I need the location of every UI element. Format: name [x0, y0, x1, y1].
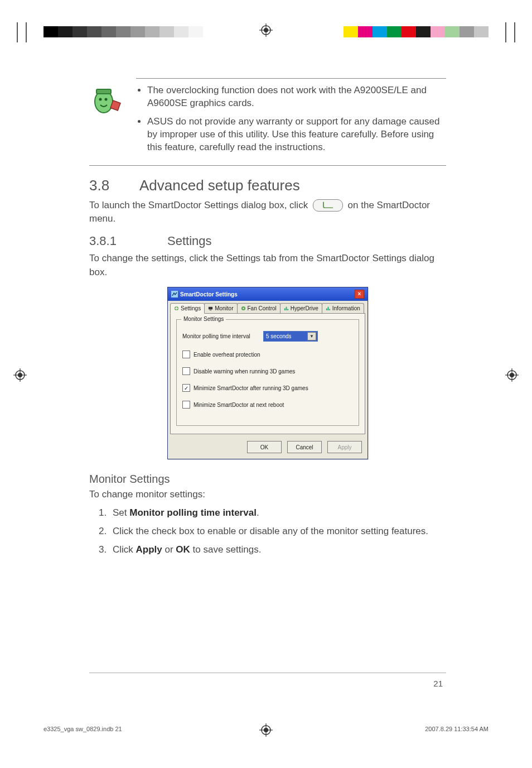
monitor-settings-heading: Monitor Settings — [89, 473, 446, 486]
cancel-button[interactable]: Cancel — [287, 441, 322, 453]
footer-rule — [89, 673, 446, 673]
step-item: Click the check box to enable or disable… — [109, 524, 446, 539]
chart-icon — [284, 306, 289, 311]
note-icon — [89, 83, 123, 116]
monitor-settings-intro: To change monitor settings: — [89, 488, 446, 502]
tab-body: Monitor Settings Monitor polling time in… — [170, 313, 365, 434]
registration-mark-icon — [259, 23, 273, 37]
chart-icon — [326, 306, 331, 311]
section-heading: 3.8Advanced setup features — [89, 177, 446, 194]
svg-point-15 — [99, 98, 102, 101]
tabs-row: Settings Monitor Fan Control HyperDrive … — [168, 301, 367, 313]
grayscale-bar — [43, 26, 203, 37]
registration-mark-icon — [13, 368, 27, 382]
tab-settings[interactable]: Settings — [170, 303, 205, 314]
group-legend: Monitor Settings — [181, 316, 226, 322]
ok-button[interactable]: OK — [247, 441, 282, 453]
monitor-settings-group: Monitor Settings Monitor polling time in… — [176, 319, 359, 426]
steps-list: Set Monitor polling time interval. Click… — [89, 505, 446, 558]
checkbox-minimize-reboot[interactable] — [182, 401, 190, 409]
checkbox-label: Disable warning when running 3D games — [194, 368, 295, 375]
settings-toolbar-icon — [313, 199, 343, 212]
step-item: Click Apply or OK to save settings. — [109, 542, 446, 557]
checkbox-disable-warning[interactable] — [182, 367, 190, 375]
app-icon — [171, 291, 178, 297]
checkbox-minimize-after-3d[interactable]: ✓ — [182, 384, 190, 392]
section-intro: To launch the SmartDoctor Settings dialo… — [89, 199, 446, 226]
note-block: The overclocking function does not work … — [89, 78, 446, 166]
chevron-down-icon: ▼ — [307, 332, 316, 340]
tab-hyperdrive[interactable]: HyperDrive — [280, 303, 322, 313]
tab-monitor[interactable]: Monitor — [204, 303, 237, 313]
gear-plus-icon — [174, 306, 179, 311]
svg-rect-19 — [209, 307, 212, 310]
footer-filename: e3325_vga sw_0829.indb 21 — [43, 726, 122, 732]
polling-interval-select[interactable]: 5 seconds ▼ — [263, 331, 318, 342]
dialog-buttons: OK Cancel Apply — [168, 436, 367, 459]
dialog-titlebar: SmartDoctor Settings × — [168, 287, 367, 301]
dialog-title: SmartDoctor Settings — [180, 291, 238, 297]
page-content: The overclocking function does not work … — [89, 78, 446, 560]
tab-information[interactable]: Information — [322, 303, 364, 313]
svg-rect-20 — [210, 310, 212, 310]
subsection-intro: To change the settings, click the Settin… — [89, 252, 446, 279]
checkbox-label: Minimize SmartDoctor at next reboot — [194, 402, 284, 408]
print-footer: e3325_vga sw_0829.indb 21 2007.8.29 11:3… — [43, 726, 489, 732]
smartdoctor-settings-dialog: SmartDoctor Settings × Settings Monitor … — [167, 287, 368, 459]
svg-point-22 — [243, 308, 244, 309]
color-bar — [344, 26, 489, 37]
fan-icon — [241, 306, 246, 311]
svg-point-16 — [105, 98, 108, 101]
step-item: Set Monitor polling time interval. — [109, 505, 446, 520]
footer-timestamp: 2007.8.29 11:33:54 AM — [425, 726, 489, 732]
apply-button[interactable]: Apply — [327, 441, 362, 453]
polling-interval-label: Monitor polling time interval — [182, 333, 263, 339]
subsection-heading: 3.8.1Settings — [89, 234, 446, 248]
checkbox-label: Minimize SmartDoctor after running 3D ga… — [194, 385, 308, 391]
tab-fan-control[interactable]: Fan Control — [237, 303, 280, 313]
monitor-icon — [208, 306, 213, 311]
page-number: 21 — [433, 679, 443, 688]
note-item: The overclocking function does not work … — [147, 84, 446, 110]
svg-rect-13 — [96, 89, 111, 94]
checkbox-overheat[interactable] — [182, 351, 190, 358]
print-registration-top — [0, 12, 532, 26]
close-button[interactable]: × — [355, 290, 364, 299]
note-item: ASUS do not provide any warranty or supp… — [147, 116, 446, 154]
checkbox-label: Enable overheat protection — [194, 352, 260, 358]
registration-mark-icon — [505, 368, 519, 382]
